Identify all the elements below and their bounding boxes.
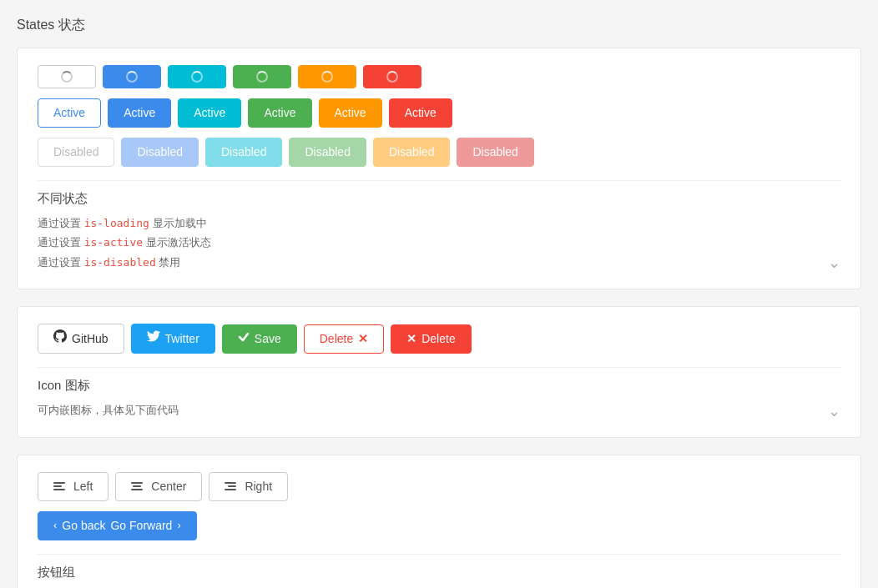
btn-loading-orange[interactable] [298, 65, 356, 88]
save-label: Save [255, 330, 281, 348]
btn-delete-solid[interactable]: ✕ Delete [391, 324, 471, 354]
section2-title: Icon 图标 [38, 378, 179, 394]
btn-disabled-blue: Disabled [121, 138, 198, 167]
spinner-icon [386, 71, 398, 83]
active-row: Active Active Active Active Active Activ… [38, 98, 840, 128]
desc3-code: is-disabled [84, 256, 156, 269]
delete-solid-label: Delete [421, 330, 455, 348]
btn-right[interactable]: Right [209, 472, 288, 501]
github-icon [53, 329, 67, 348]
btn-active-default[interactable]: Active [38, 98, 101, 128]
btn-twitter[interactable]: Twitter [131, 324, 215, 354]
desc1-code: is-loading [84, 217, 149, 229]
section2-content: Icon 图标 可内嵌图标，具体见下面代码 [38, 378, 179, 420]
section3-content: 按钮组 按钮可成组显示 [38, 565, 114, 588]
chevron-left-icon: ‹ [53, 517, 57, 534]
btn-loading-red[interactable] [363, 65, 421, 88]
delete-outline-label: Delete [320, 330, 353, 348]
btn-loading-blue[interactable] [103, 65, 161, 88]
btn-go-back[interactable]: ‹ Go back Go Forward › [38, 511, 197, 540]
chevron-right-icon: › [177, 517, 180, 534]
divider-1 [38, 180, 840, 181]
left-label: Left [73, 478, 93, 495]
center-label: Center [151, 478, 186, 495]
spinner-icon [256, 71, 268, 83]
btn-disabled-red: Disabled [457, 138, 533, 167]
btn-active-red[interactable]: Active [389, 98, 452, 128]
go-forward-label: Go Forward [110, 517, 172, 535]
btn-disabled-orange: Disabled [373, 138, 450, 167]
btn-left[interactable]: Left [38, 472, 108, 501]
page-title: States 状态 [17, 17, 861, 34]
section2-desc: 可内嵌图标，具体见下面代码 [38, 400, 179, 420]
btn-center[interactable]: Center [115, 472, 202, 501]
btn-disabled-default: Disabled [38, 138, 114, 167]
btn-delete-outline[interactable]: Delete ✕ [304, 324, 384, 354]
section1-content: 不同状态 通过设置 is-loading 显示加载中 通过设置 is-activ… [38, 191, 211, 272]
btn-disabled-green: Disabled [289, 138, 366, 167]
icon-btn-row: GitHub Twitter Save Delete ✕ [38, 324, 840, 354]
desc1-pre: 通过设置 [38, 217, 84, 229]
section1-footer: 不同状态 通过设置 is-loading 显示加载中 通过设置 is-activ… [38, 191, 840, 272]
btn-loading-green[interactable] [233, 65, 291, 88]
desc3-post: 禁用 [156, 256, 181, 269]
right-label: Right [245, 478, 272, 495]
align-right-icon [225, 482, 236, 490]
btn-save[interactable]: Save [222, 324, 297, 354]
nav-row: ‹ Go back Go Forward › [38, 511, 840, 540]
section2-footer: Icon 图标 可内嵌图标，具体见下面代码 ⌄ [38, 378, 840, 420]
chevron-down-icon-1[interactable]: ⌄ [828, 254, 840, 272]
x-icon-solid: ✕ [406, 330, 416, 348]
btn-loading-teal[interactable] [168, 65, 226, 88]
btn-active-blue[interactable]: Active [108, 98, 171, 128]
section3-title: 按钮组 [38, 565, 114, 580]
spinner-icon [321, 71, 333, 83]
align-center-icon [131, 482, 143, 490]
twitter-icon [147, 329, 160, 348]
section1-desc: 通过设置 is-loading 显示加载中 通过设置 is-active 显示激… [38, 214, 211, 272]
align-row: Left Center Right [38, 472, 840, 501]
loading-row [38, 65, 840, 88]
spinner-icon [191, 71, 203, 83]
divider-3 [38, 554, 840, 555]
disabled-row: Disabled Disabled Disabled Disabled Disa… [38, 138, 840, 167]
btn-active-teal[interactable]: Active [178, 98, 241, 128]
twitter-label: Twitter [165, 330, 199, 348]
check-icon [238, 330, 250, 348]
desc3-pre: 通过设置 [38, 256, 84, 269]
btn-disabled-teal: Disabled [205, 138, 282, 167]
divider-2 [38, 367, 840, 368]
chevron-down-icon-2[interactable]: ⌄ [828, 402, 840, 420]
go-back-label: Go back [62, 517, 105, 535]
x-icon-outline: ✕ [358, 330, 368, 348]
desc2-code: is-active [84, 236, 143, 249]
btn-active-orange[interactable]: Active [319, 98, 382, 128]
btn-loading-default[interactable] [38, 65, 96, 88]
spinner-icon [61, 71, 73, 83]
align-left-icon [53, 482, 65, 490]
group-card: Left Center Right ‹ Go back Go Forward › [17, 455, 861, 588]
section3-footer: 按钮组 按钮可成组显示 ⌄ [38, 565, 840, 588]
github-label: GitHub [72, 330, 108, 348]
desc2-post: 显示激活状态 [143, 236, 211, 249]
section1-title: 不同状态 [38, 191, 211, 207]
icon-card: GitHub Twitter Save Delete ✕ [17, 306, 861, 437]
btn-github[interactable]: GitHub [38, 324, 124, 354]
states-card: Active Active Active Active Active Activ… [17, 48, 861, 289]
spinner-icon [126, 71, 138, 83]
desc2-pre: 通过设置 [38, 236, 84, 249]
btn-active-green[interactable]: Active [248, 98, 311, 128]
desc1-post: 显示加载中 [149, 217, 207, 229]
